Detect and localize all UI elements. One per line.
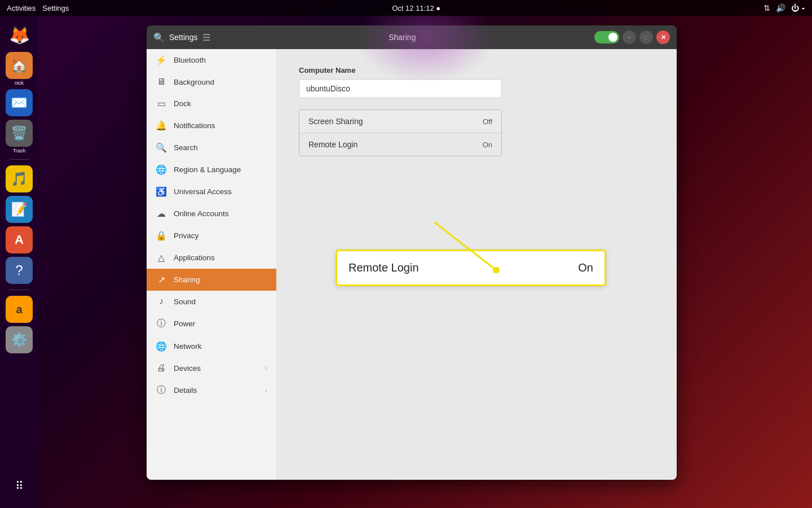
dock-help[interactable]: ? [6, 257, 33, 284]
sidebar-item-bluetooth[interactable]: ⚡ Bluetooth [147, 49, 276, 71]
writer-icon[interactable]: 📝 [6, 196, 33, 223]
background-icon: 🖥 [156, 77, 167, 87]
bluetooth-icon: ⚡ [156, 55, 167, 65]
dock-settings[interactable]: ⚙️ [6, 326, 33, 353]
sidebar-label-devices: Devices [174, 364, 258, 373]
sidebar-label-power: Power [174, 319, 267, 328]
dock-amazon[interactable]: a [6, 296, 33, 323]
sidebar-label-privacy: Privacy [174, 231, 267, 240]
titlebar-settings-label: Settings [169, 33, 198, 42]
trash-icon[interactable]: 🗑️ [6, 120, 33, 147]
dock-icon-sidebar: ▭ [156, 98, 167, 109]
sidebar-item-network[interactable]: 🌐 Network [147, 335, 276, 357]
applications-icon: △ [156, 252, 167, 263]
access-icon: ♿ [156, 186, 167, 197]
sidebar-item-applications[interactable]: △ Applications [147, 247, 276, 269]
close-button[interactable]: ✕ [656, 30, 670, 44]
settings-icon[interactable]: ⚙️ [6, 326, 33, 353]
dock-firefox[interactable]: 🦊 [6, 21, 33, 49]
screen-sharing-row[interactable]: Screen Sharing Off [299, 110, 501, 133]
sidebar-label-sound: Sound [174, 297, 267, 306]
sidebar-label-background: Background [174, 78, 267, 86]
devices-icon: 🖨 [156, 363, 167, 373]
sidebar-item-search[interactable]: 🔍 Search [147, 137, 276, 159]
sharing-toggle[interactable] [594, 31, 619, 43]
sidebar-label-region: Region & Language [174, 165, 267, 174]
titlebar-menu-icon[interactable]: ☰ [202, 32, 210, 43]
sharing-icon: ↗ [156, 274, 167, 285]
sidebar-label-bluetooth: Bluetooth [174, 56, 267, 64]
remote-login-row[interactable]: Remote Login On [299, 133, 501, 156]
dock-home[interactable]: 🏠 nick [2, 52, 36, 86]
highlight-status: On [578, 261, 593, 274]
sidebar-item-background[interactable]: 🖥 Background [147, 71, 276, 93]
sidebar-item-sharing[interactable]: ↗ Sharing [147, 269, 276, 291]
datetime-label: Oct 12 11:12 ● [392, 4, 440, 12]
minimize-button[interactable]: − [623, 30, 636, 44]
topbar: Activities Settings Oct 12 11:12 ● ⇅ 🔊 ⏻… [0, 0, 812, 16]
volume-icon: 🔊 [776, 3, 785, 12]
dock-mail[interactable]: ✉️ [6, 89, 33, 116]
dock-trash[interactable]: 🗑️ Trash [2, 120, 36, 154]
sidebar-label-sharing: Sharing [174, 275, 267, 284]
sidebar-item-privacy[interactable]: 🔒 Privacy [147, 225, 276, 247]
sidebar-label-network: Network [174, 342, 267, 351]
titlebar-right: − □ ✕ [594, 30, 670, 44]
computer-name-input[interactable] [299, 79, 502, 98]
dock-music[interactable]: 🎵 [6, 165, 33, 192]
sidebar-item-accounts[interactable]: ☁ Online Accounts [147, 203, 276, 225]
sidebar-item-devices[interactable]: 🖨 Devices › [147, 357, 276, 379]
sidebar-item-region[interactable]: 🌐 Region & Language [147, 159, 276, 181]
power-menu-icon: ⓘ [156, 318, 167, 330]
help-icon[interactable]: ? [6, 257, 33, 284]
sidebar-item-power[interactable]: ⓘ Power [147, 312, 276, 335]
dock-trash-label: Trash [2, 148, 36, 154]
maximize-button[interactable]: □ [639, 30, 653, 44]
dock-grid-button[interactable]: ⠿ [6, 472, 33, 500]
sidebar-label-accounts: Online Accounts [174, 209, 267, 218]
sharing-content: Computer Name Screen Sharing Off Remote … [276, 49, 677, 480]
sharing-table: Screen Sharing Off Remote Login On [299, 110, 502, 156]
sidebar-item-sound[interactable]: ♪ Sound [147, 291, 276, 312]
dock-writer[interactable]: 📝 [6, 196, 33, 223]
sidebar-item-details[interactable]: ⓘ Details › [147, 379, 276, 402]
dock-appstore[interactable]: A [6, 226, 33, 253]
remote-login-label: Remote Login [308, 140, 358, 149]
dock-home-label: nick [2, 80, 36, 86]
network-icon: ⇅ [764, 3, 770, 12]
region-icon: 🌐 [156, 164, 167, 175]
devices-chevron: › [265, 364, 267, 372]
screen-sharing-status: Off [483, 117, 492, 126]
firefox-icon[interactable]: 🦊 [6, 21, 33, 49]
settings-window: 🔍 Settings ☰ Sharing − □ ✕ ⚡ Bluetooth 🖥… [147, 25, 677, 480]
activities-label[interactable]: Activities [7, 4, 36, 12]
titlebar-left: 🔍 Settings ☰ [153, 32, 210, 43]
sidebar-label-dock: Dock [174, 99, 267, 108]
sound-icon: ♪ [156, 296, 167, 306]
notifications-icon: 🔔 [156, 120, 167, 131]
power-icon[interactable]: ⏻ ▾ [791, 3, 805, 12]
home-icon[interactable]: 🏠 [6, 52, 33, 79]
window-title: Sharing [389, 33, 416, 42]
sidebar-label-applications: Applications [174, 253, 267, 262]
music-icon[interactable]: 🎵 [6, 165, 33, 192]
sidebar-label-access: Universal Access [174, 187, 267, 196]
sidebar-label-search: Search [174, 143, 267, 152]
network-menu-icon: 🌐 [156, 341, 167, 352]
remote-login-status: On [483, 141, 492, 149]
dock-separator-2 [9, 290, 29, 290]
settings-menu-label[interactable]: Settings [42, 4, 69, 12]
topbar-left: Activities Settings [7, 4, 69, 12]
app-grid-icon[interactable]: ⠿ [6, 472, 33, 500]
screen-sharing-label: Screen Sharing [308, 117, 363, 126]
sidebar-item-dock[interactable]: ▭ Dock [147, 93, 276, 115]
accounts-icon: ☁ [156, 208, 167, 219]
amazon-icon[interactable]: a [6, 296, 33, 323]
titlebar-search-icon[interactable]: 🔍 [153, 32, 165, 43]
sidebar-item-notifications[interactable]: 🔔 Notifications [147, 115, 276, 137]
dock-separator-1 [9, 159, 29, 160]
sidebar-item-access[interactable]: ♿ Universal Access [147, 181, 276, 203]
appstore-icon[interactable]: A [6, 226, 33, 253]
mail-icon[interactable]: ✉️ [6, 89, 33, 116]
window-titlebar: 🔍 Settings ☰ Sharing − □ ✕ [147, 25, 677, 49]
